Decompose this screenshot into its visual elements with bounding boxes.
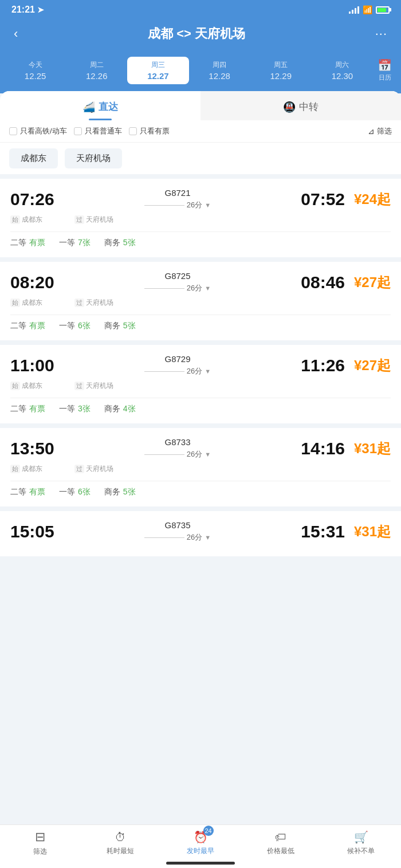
duration-arrow-1: ▼ xyxy=(205,202,211,209)
ticket-2nd-1: 二等 有票 xyxy=(10,238,45,248)
date-item-thu[interactable]: 周四 12.28 xyxy=(189,57,250,84)
calendar-button[interactable]: 📅 日历 xyxy=(373,55,396,85)
day-num-thu: 12.28 xyxy=(191,71,248,81)
metro-icon: 🚇 xyxy=(283,101,296,113)
to-station-button[interactable]: 天府机场 xyxy=(65,148,122,168)
depart-time-3: 11:00 xyxy=(10,356,62,375)
tab-transfer-label: 中转 xyxy=(299,100,319,113)
status-bar: 21:21 ➤ 📶 xyxy=(0,0,401,18)
day-num-sat: 12.30 xyxy=(314,71,371,81)
to-station-1: 过天府机场 xyxy=(62,215,113,225)
filter-normal[interactable]: 只看普通车 xyxy=(74,126,122,136)
ticket-row-1: 二等 有票 一等 7张 商务 5张 xyxy=(10,238,391,248)
main-content: 🚄 直达 🚇 中转 只看高铁/动车 只看普通车 只看有票 ⊿ 筛选 成都东 天府… xyxy=(0,91,401,779)
duration-4: 26分 xyxy=(187,449,202,459)
to-station-4: 过天府机场 xyxy=(62,464,113,474)
filter-highspeed[interactable]: 只看高铁/动车 xyxy=(9,126,67,136)
more-button[interactable]: ··· xyxy=(373,24,390,44)
ticket-row-2: 二等 有票 一等 6张 商务 5张 xyxy=(10,321,391,331)
duration-arrow-2: ▼ xyxy=(205,285,211,292)
arrive-time-5: 15:31 xyxy=(293,522,345,541)
ticket-1st-3: 一等 3张 xyxy=(59,404,91,414)
date-item-fri[interactable]: 周五 12.29 xyxy=(250,57,312,84)
calendar-icon: 📅 xyxy=(378,58,392,72)
tab-direct[interactable]: 🚄 直达 xyxy=(0,91,200,120)
price-2: ¥27起 xyxy=(345,273,391,292)
status-left: 21:21 ➤ xyxy=(11,5,44,15)
train-middle-1: G8721 26分 ▼ xyxy=(62,188,293,210)
day-name-wed: 周三 xyxy=(129,60,186,70)
duration-5: 26分 xyxy=(187,532,202,543)
arrive-time-2: 08:46 xyxy=(293,273,345,292)
filter-normal-label: 只看普通车 xyxy=(85,126,122,136)
filter-button[interactable]: ⊿ 筛选 xyxy=(368,126,392,136)
day-name-today: 今天 xyxy=(7,60,64,70)
checkbox-normal[interactable] xyxy=(74,127,82,135)
filter-label: 筛选 xyxy=(377,126,392,136)
tabs: 🚄 直达 🚇 中转 xyxy=(0,91,401,120)
train-card-G8729[interactable]: 11:00 G8729 26分 ▼ 11:26 ¥27起 始成都东 xyxy=(0,345,401,423)
ticket-2nd-2: 二等 有票 xyxy=(10,321,45,331)
ticket-biz-2: 商务 5张 xyxy=(104,321,136,331)
status-right: 📶 xyxy=(349,5,390,14)
duration-2: 26分 xyxy=(187,283,202,293)
ticket-1st-1: 一等 7张 xyxy=(59,238,91,248)
train-number-2: G8725 xyxy=(164,271,190,281)
date-item-wed[interactable]: 周三 12.27 xyxy=(127,57,188,84)
filter-icon: ⊿ xyxy=(368,127,375,136)
train-middle-5: G8735 26分 ▼ xyxy=(62,520,293,543)
duration-1: 26分 xyxy=(187,200,202,210)
location-icon: ➤ xyxy=(37,5,44,14)
date-item-tue[interactable]: 周二 12.26 xyxy=(66,57,127,84)
train-icon: 🚄 xyxy=(82,101,95,113)
day-num-tue: 12.26 xyxy=(68,71,125,81)
train-card-G8721[interactable]: 07:26 G8721 26分 ▼ 07:52 ¥24起 始成都东 xyxy=(0,179,401,257)
train-number-1: G8721 xyxy=(164,188,190,198)
date-item-today[interactable]: 今天 12.25 xyxy=(5,57,66,84)
station-selector: 成都东 天府机场 xyxy=(0,143,401,179)
depart-time-2: 08:20 xyxy=(10,273,62,292)
depart-time-4: 13:50 xyxy=(10,439,62,458)
from-station-3: 始成都东 xyxy=(10,381,62,391)
header: ‹ 成都 <> 天府机场 ··· xyxy=(0,18,401,53)
day-name-sat: 周六 xyxy=(314,60,371,70)
train-card-G8725[interactable]: 08:20 G8725 26分 ▼ 08:46 ¥27起 始成都东 xyxy=(0,262,401,340)
filter-available-label: 只看有票 xyxy=(140,126,170,136)
time: 21:21 xyxy=(11,5,35,15)
ticket-1st-4: 一等 6张 xyxy=(59,487,91,497)
battery-icon xyxy=(376,6,390,14)
back-button[interactable]: ‹ xyxy=(11,24,20,44)
depart-time-5: 15:05 xyxy=(10,522,62,541)
ticket-biz-4: 商务 5张 xyxy=(104,487,136,497)
train-middle-3: G8729 26分 ▼ xyxy=(62,354,293,376)
from-station-4: 始成都东 xyxy=(10,464,62,474)
filter-available[interactable]: 只看有票 xyxy=(129,126,170,136)
ticket-1st-2: 一等 6张 xyxy=(59,321,91,331)
duration-arrow-3: ▼ xyxy=(205,368,211,375)
filter-bar: 只看高铁/动车 只看普通车 只看有票 ⊿ 筛选 xyxy=(0,120,401,143)
price-5: ¥31起 xyxy=(345,523,391,541)
date-item-sat[interactable]: 周六 12.30 xyxy=(312,57,373,84)
train-card-G8735[interactable]: 15:05 G8735 26分 ▼ 15:31 ¥31起 xyxy=(0,511,401,556)
duration-row-5: 26分 ▼ xyxy=(144,532,211,543)
duration-row-1: 26分 ▼ xyxy=(144,200,211,210)
day-name-thu: 周四 xyxy=(191,60,248,70)
ticket-biz-1: 商务 5张 xyxy=(104,238,136,248)
duration-arrow-4: ▼ xyxy=(205,451,211,458)
ticket-biz-3: 商务 4张 xyxy=(104,404,136,414)
price-1: ¥24起 xyxy=(345,190,391,209)
checkbox-available[interactable] xyxy=(129,127,137,135)
checkbox-highspeed[interactable] xyxy=(9,127,17,135)
day-num-wed: 12.27 xyxy=(129,71,186,81)
signal-icon xyxy=(349,6,359,14)
from-station-2: 始成都东 xyxy=(10,298,62,308)
arrive-time-4: 14:16 xyxy=(293,439,345,458)
ticket-2nd-4: 二等 有票 xyxy=(10,487,45,497)
duration-row-2: 26分 ▼ xyxy=(144,283,211,293)
train-card-G8733[interactable]: 13:50 G8733 26分 ▼ 14:16 ¥31起 始成都东 xyxy=(0,428,401,506)
train-middle-2: G8725 26分 ▼ xyxy=(62,271,293,293)
date-selector: 今天 12.25 周二 12.26 周三 12.27 周四 12.28 周五 1… xyxy=(0,53,401,93)
day-num-today: 12.25 xyxy=(7,71,64,81)
tab-transfer[interactable]: 🚇 中转 xyxy=(200,91,401,120)
from-station-button[interactable]: 成都东 xyxy=(9,148,58,168)
